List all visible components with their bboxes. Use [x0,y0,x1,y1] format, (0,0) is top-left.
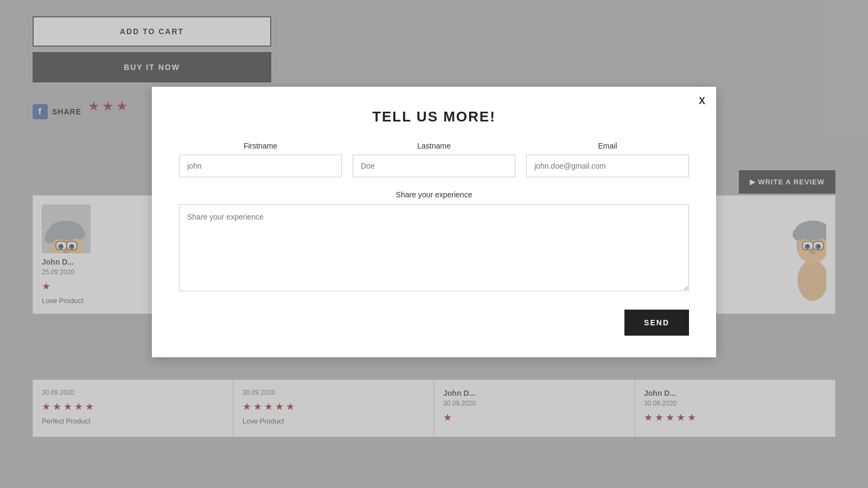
form-footer: SEND [179,310,689,336]
experience-textarea[interactable] [179,204,689,291]
modal-overlay: X TELL US MORE! Firstname Lastname Email… [0,0,868,488]
firstname-label: Firstname [179,142,342,150]
email-group: Email [526,142,689,177]
firstname-group: Firstname [179,142,342,177]
lastname-input[interactable] [353,155,515,177]
lastname-group: Lastname [353,142,515,177]
experience-label: Share your experience [179,190,689,199]
modal-dialog: X TELL US MORE! Firstname Lastname Email… [152,87,716,357]
firstname-input[interactable] [179,155,342,177]
email-label: Email [526,142,689,150]
modal-title: TELL US MORE! [179,108,689,125]
lastname-label: Lastname [353,142,515,150]
form-fields-row: Firstname Lastname Email [179,142,689,177]
modal-close-button[interactable]: X [699,95,705,107]
email-input[interactable] [526,155,689,177]
experience-group: Share your experience [179,190,689,293]
send-button[interactable]: SEND [624,310,689,336]
